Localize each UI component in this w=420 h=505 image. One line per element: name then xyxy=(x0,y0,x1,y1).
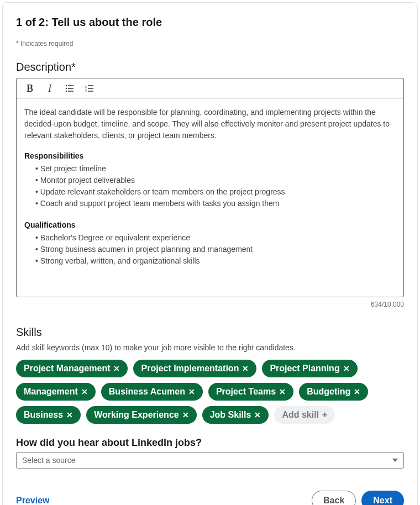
skill-pill[interactable]: Project Planning✕ xyxy=(262,360,357,377)
close-icon[interactable]: ✕ xyxy=(242,365,249,372)
source-select[interactable]: Select a source xyxy=(16,452,404,469)
list-item: Strong business acumen in project planni… xyxy=(35,244,396,255)
skill-label: Working Experience xyxy=(94,410,179,420)
svg-point-0 xyxy=(66,85,67,87)
step-title: 1 of 2: Tell us about the role xyxy=(16,16,404,29)
list-item: Monitor project deliverables xyxy=(35,175,396,186)
source-placeholder: Select a source xyxy=(22,456,76,465)
bullet-list-icon[interactable] xyxy=(64,83,75,94)
close-icon[interactable]: ✕ xyxy=(343,365,350,372)
chevron-down-icon xyxy=(392,459,398,462)
source-label: How did you hear about LinkedIn jobs? xyxy=(16,437,404,449)
list-item: Bachelor's Degree or equivalent experien… xyxy=(35,232,396,244)
list-item: Strong verbal, written, and organization… xyxy=(35,255,396,267)
list-item: Set project timeline xyxy=(35,163,396,175)
skill-pill[interactable]: Project Implementation✕ xyxy=(133,360,256,377)
editor-content[interactable]: The ideal candidate will be responsible … xyxy=(17,99,403,297)
skill-pill[interactable]: Budgeting✕ xyxy=(299,383,368,401)
description-heading: Description* xyxy=(16,61,404,73)
svg-rect-5 xyxy=(68,91,74,92)
close-icon[interactable]: ✕ xyxy=(188,388,195,396)
svg-text:3: 3 xyxy=(85,90,87,93)
qualifications-heading: Qualifications xyxy=(24,219,396,231)
close-icon[interactable]: ✕ xyxy=(254,411,261,419)
svg-point-4 xyxy=(66,91,67,92)
preview-link[interactable]: Preview xyxy=(16,496,49,505)
skill-pill[interactable]: Management✕ xyxy=(16,383,96,401)
add-skill-button[interactable]: Add skill+ xyxy=(274,406,335,424)
add-skill-label: Add skill xyxy=(282,410,319,420)
close-icon[interactable]: ✕ xyxy=(354,388,360,396)
numbered-list-icon[interactable]: 123 xyxy=(84,83,95,94)
responsibilities-heading: Responsibilities xyxy=(24,150,396,162)
job-form-card: 1 of 2: Tell us about the role * Indicat… xyxy=(2,2,418,505)
svg-point-2 xyxy=(66,88,67,90)
list-item: Update relevant stakeholders or team mem… xyxy=(35,186,396,198)
skill-label: Business xyxy=(24,410,63,420)
italic-icon[interactable]: I xyxy=(44,83,55,94)
svg-rect-11 xyxy=(88,91,93,92)
svg-rect-1 xyxy=(68,85,74,86)
skill-pill[interactable]: Business✕ xyxy=(16,406,81,424)
skill-pill[interactable]: Business Acumen✕ xyxy=(101,383,203,401)
skills-help: Add skill keywords (max 10) to make your… xyxy=(16,343,404,352)
skill-label: Business Acumen xyxy=(109,387,185,397)
svg-rect-3 xyxy=(68,88,74,89)
bold-icon[interactable]: B xyxy=(24,83,35,94)
plus-icon: + xyxy=(322,410,327,420)
skill-label: Project Management xyxy=(24,364,110,374)
skill-pill[interactable]: Job Skills✕ xyxy=(202,406,269,424)
svg-rect-7 xyxy=(88,85,93,86)
skill-label: Project Teams xyxy=(216,387,276,397)
skill-label: Project Implementation xyxy=(141,364,239,374)
editor-toolbar: B I 123 xyxy=(17,78,403,99)
svg-rect-9 xyxy=(88,88,93,89)
qualifications-list: Bachelor's Degree or equivalent experien… xyxy=(24,232,396,267)
description-intro: The ideal candidate will be responsible … xyxy=(24,107,396,141)
skill-label: Job Skills xyxy=(210,410,251,420)
close-icon[interactable]: ✕ xyxy=(66,411,73,419)
button-group: Back Next xyxy=(312,491,404,505)
description-editor: B I 123 The ideal candidate will be resp… xyxy=(16,78,404,297)
close-icon[interactable]: ✕ xyxy=(279,388,286,396)
skill-label: Project Planning xyxy=(270,364,339,374)
responsibilities-list: Set project timeline Monitor project del… xyxy=(24,163,396,209)
skills-pills: Project Management✕ Project Implementati… xyxy=(16,360,404,424)
skill-label: Budgeting xyxy=(307,387,350,397)
list-item: Coach and support project team members w… xyxy=(35,198,396,209)
required-note: * Indicates required xyxy=(16,40,404,48)
skill-pill[interactable]: Project Teams✕ xyxy=(208,383,293,401)
char-count: 634/10,000 xyxy=(16,301,404,308)
skill-label: Management xyxy=(24,387,78,397)
skill-pill[interactable]: Project Management✕ xyxy=(16,360,128,377)
close-icon[interactable]: ✕ xyxy=(182,411,189,419)
close-icon[interactable]: ✕ xyxy=(81,388,88,396)
back-button[interactable]: Back xyxy=(312,491,356,505)
next-button[interactable]: Next xyxy=(361,491,404,505)
skills-heading: Skills xyxy=(16,326,404,339)
skill-pill[interactable]: Working Experience✕ xyxy=(86,406,197,424)
footer: Preview Back Next xyxy=(16,491,404,505)
close-icon[interactable]: ✕ xyxy=(113,365,120,372)
